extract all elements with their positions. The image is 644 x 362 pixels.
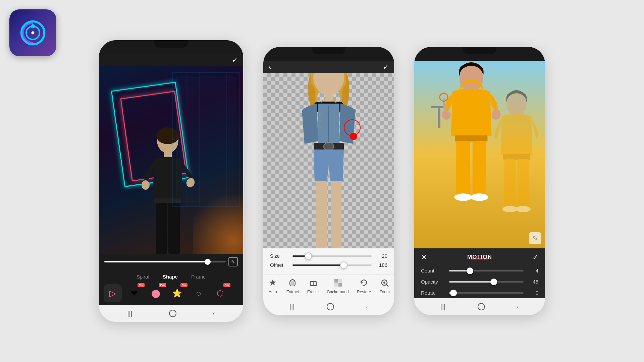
- phone2-size-track[interactable]: [292, 255, 372, 257]
- toolbar-background[interactable]: Background: [327, 278, 349, 294]
- background-icon: [333, 278, 343, 288]
- phone1-nav-back[interactable]: ‹: [213, 310, 215, 317]
- motion-title: MOTION: [467, 254, 492, 260]
- phone2-notch: [312, 47, 345, 54]
- shape-hex[interactable]: ⬡ Pro: [211, 284, 229, 302]
- motion-rotate-track[interactable]: [449, 292, 524, 294]
- svg-point-26: [324, 142, 334, 150]
- shape-heart-pro-badge: Pro: [138, 283, 145, 287]
- phone2-size-label: Size: [270, 253, 288, 259]
- shapes-row: ▷ ❤ Pro ⬤ Pro ⭐ Pro ○: [99, 282, 243, 305]
- shape-hex-pro-badge: Pro: [223, 283, 230, 287]
- motion-opacity-thumb[interactable]: [490, 279, 497, 285]
- svg-rect-27: [316, 181, 327, 248]
- phone2-top-bar: [263, 47, 394, 61]
- motion-opacity-value: 45: [528, 279, 538, 285]
- phone2-offset-label: Offset: [270, 262, 288, 268]
- motion-rotate-row: Rotate 0: [414, 287, 545, 298]
- phone2-bottom-bar: ||| ‹: [263, 298, 394, 315]
- svg-point-60: [516, 206, 531, 212]
- phone2-size-slider-row: Size 20: [270, 253, 387, 259]
- motion-confirm-button[interactable]: ✓: [532, 253, 538, 262]
- motion-panel: ✕ MOTION ✓ Count 4: [414, 248, 545, 298]
- tab-spiral[interactable]: Spiral: [137, 274, 149, 280]
- ghost-eraser-icon[interactable]: ✎: [529, 232, 541, 244]
- phone3-nav-home[interactable]: [478, 303, 485, 310]
- background-label: Background: [327, 290, 349, 294]
- phone1-top-bar: [99, 40, 243, 54]
- phone1-nav-home[interactable]: [169, 310, 176, 317]
- phone3-content: ✎ ✕ MOTION ✓ Count: [414, 61, 545, 298]
- woman-cutout: [288, 73, 369, 248]
- phone1-slider-row: ✎: [104, 257, 238, 266]
- phone1-slider-thumb[interactable]: [205, 259, 211, 265]
- toolbar-restore[interactable]: Restore: [357, 278, 371, 294]
- phone-1: ✓: [99, 40, 243, 322]
- shape-star[interactable]: ⭐ Pro: [168, 284, 186, 302]
- phone2-offset-thumb[interactable]: [340, 261, 347, 269]
- toolbar-eraser[interactable]: Eraser: [307, 278, 319, 294]
- svg-point-52: [471, 193, 488, 201]
- svg-rect-56: [503, 154, 530, 160]
- phone1-eraser-icon[interactable]: ✎: [228, 257, 238, 266]
- phone-2: ‹ ✓: [263, 47, 394, 315]
- phone1-bottom-bar: ||| ‹: [99, 305, 243, 322]
- svg-point-2: [31, 24, 35, 28]
- tab-frame[interactable]: Frame: [191, 274, 206, 280]
- svg-rect-48: [455, 135, 488, 142]
- phone2-nav-home[interactable]: [327, 303, 334, 310]
- phone3-nav-back[interactable]: ‹: [517, 303, 519, 310]
- extract-icon: [287, 278, 298, 288]
- phone1-controls: ✎: [99, 254, 243, 272]
- svg-rect-33: [334, 279, 338, 283]
- phone2-back-button[interactable]: ‹: [269, 63, 271, 71]
- phone1-nav-menu[interactable]: |||: [127, 310, 132, 317]
- shape-heart[interactable]: ❤ Pro: [125, 284, 143, 302]
- extract-label: Extract: [286, 290, 299, 294]
- phone3-nav-menu[interactable]: |||: [440, 303, 446, 311]
- motion-count-track[interactable]: [449, 270, 524, 272]
- motion-rotate-thumb[interactable]: [450, 290, 457, 296]
- tab-shape[interactable]: Shape: [163, 274, 178, 280]
- motion-opacity-track[interactable]: [449, 281, 524, 283]
- svg-rect-50: [473, 141, 486, 197]
- phone2-checkmark[interactable]: ✓: [383, 63, 389, 71]
- shape-triangle[interactable]: ▷: [104, 284, 122, 302]
- toolbar-extract[interactable]: Extract: [286, 278, 299, 294]
- svg-point-3: [32, 32, 35, 35]
- svg-rect-34: [338, 279, 342, 283]
- toolbar-zoom[interactable]: Zoom: [379, 278, 390, 294]
- motion-count-value: 4: [528, 268, 538, 274]
- phone2-nav-menu[interactable]: |||: [289, 303, 295, 311]
- phone2-nav-back[interactable]: ‹: [366, 303, 368, 310]
- auto-label: Auto: [269, 290, 277, 294]
- svg-rect-21: [325, 94, 333, 103]
- app-icon[interactable]: [9, 9, 56, 56]
- phone2-offset-track[interactable]: [292, 264, 372, 266]
- phone1-slider-track[interactable]: [104, 261, 226, 262]
- svg-point-29: [319, 113, 322, 116]
- motion-count-thumb[interactable]: [467, 267, 473, 274]
- phone2-size-thumb[interactable]: [305, 252, 312, 260]
- phone2-offset-fill: [292, 264, 344, 266]
- svg-rect-32: [310, 282, 316, 286]
- svg-point-30: [319, 120, 322, 122]
- phone2-size-value: 20: [376, 253, 387, 259]
- shape-ring[interactable]: ⬤ Pro: [147, 284, 165, 302]
- motion-count-label: Count: [421, 268, 444, 274]
- svg-point-51: [454, 193, 472, 201]
- svg-rect-49: [456, 141, 470, 197]
- phone1-checkmark[interactable]: ✓: [232, 56, 238, 64]
- zoom-icon: [379, 278, 390, 288]
- phone2-content: ‹ ✓: [263, 61, 394, 298]
- motion-close-button[interactable]: ✕: [421, 253, 427, 262]
- phone1-notch: [154, 40, 188, 48]
- toolbar-auto[interactable]: Auto: [267, 278, 278, 294]
- phone3-image: ✎: [414, 61, 545, 248]
- phone-3: ✎ ✕ MOTION ✓ Count: [414, 47, 545, 315]
- shape-circle[interactable]: ○: [190, 284, 208, 302]
- svg-rect-41: [438, 108, 440, 128]
- shape-ring-pro-badge: Pro: [159, 283, 166, 287]
- phone1-image: [99, 66, 243, 254]
- phone2-sliders: Size 20 Offset 186: [263, 248, 394, 275]
